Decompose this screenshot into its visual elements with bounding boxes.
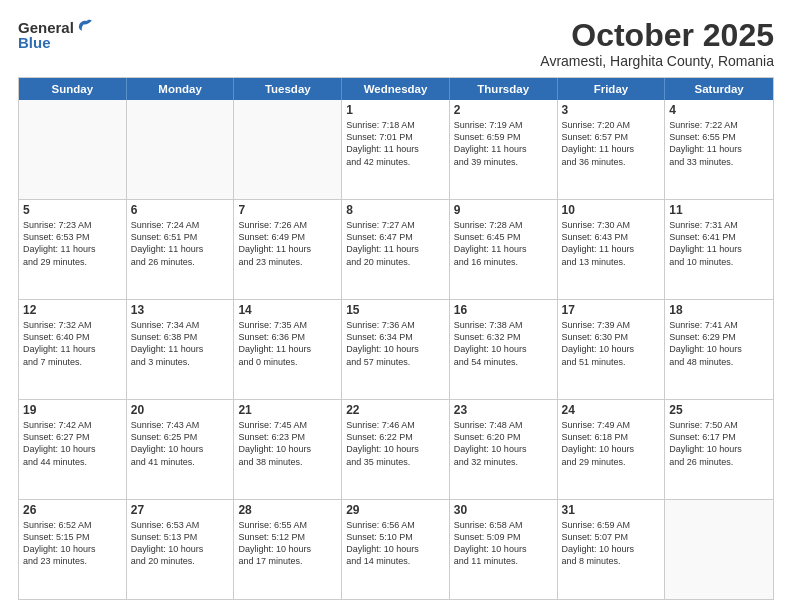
cell-info: Sunrise: 7:35 AMSunset: 6:36 PMDaylight:…	[238, 319, 337, 368]
day-number: 5	[23, 203, 122, 217]
calendar-row: 19Sunrise: 7:42 AMSunset: 6:27 PMDayligh…	[19, 399, 773, 499]
calendar-row: 1Sunrise: 7:18 AMSunset: 7:01 PMDaylight…	[19, 100, 773, 199]
calendar-cell: 4Sunrise: 7:22 AMSunset: 6:55 PMDaylight…	[665, 100, 773, 199]
cell-info: Sunrise: 7:41 AMSunset: 6:29 PMDaylight:…	[669, 319, 769, 368]
day-number: 9	[454, 203, 553, 217]
calendar-cell: 30Sunrise: 6:58 AMSunset: 5:09 PMDayligh…	[450, 500, 558, 599]
day-number: 30	[454, 503, 553, 517]
page: General Blue October 2025 Avramesti, Har…	[0, 0, 792, 612]
header: General Blue October 2025 Avramesti, Har…	[18, 18, 774, 69]
calendar-cell: 10Sunrise: 7:30 AMSunset: 6:43 PMDayligh…	[558, 200, 666, 299]
calendar-cell: 27Sunrise: 6:53 AMSunset: 5:13 PMDayligh…	[127, 500, 235, 599]
calendar-cell	[127, 100, 235, 199]
day-number: 2	[454, 103, 553, 117]
cell-info: Sunrise: 7:31 AMSunset: 6:41 PMDaylight:…	[669, 219, 769, 268]
calendar-cell: 31Sunrise: 6:59 AMSunset: 5:07 PMDayligh…	[558, 500, 666, 599]
cell-info: Sunrise: 7:19 AMSunset: 6:59 PMDaylight:…	[454, 119, 553, 168]
cell-info: Sunrise: 7:32 AMSunset: 6:40 PMDaylight:…	[23, 319, 122, 368]
cell-info: Sunrise: 7:22 AMSunset: 6:55 PMDaylight:…	[669, 119, 769, 168]
day-number: 6	[131, 203, 230, 217]
day-number: 13	[131, 303, 230, 317]
calendar-cell: 29Sunrise: 6:56 AMSunset: 5:10 PMDayligh…	[342, 500, 450, 599]
cell-info: Sunrise: 6:55 AMSunset: 5:12 PMDaylight:…	[238, 519, 337, 568]
calendar-cell: 18Sunrise: 7:41 AMSunset: 6:29 PMDayligh…	[665, 300, 773, 399]
day-number: 18	[669, 303, 769, 317]
calendar-cell: 1Sunrise: 7:18 AMSunset: 7:01 PMDaylight…	[342, 100, 450, 199]
cell-info: Sunrise: 7:36 AMSunset: 6:34 PMDaylight:…	[346, 319, 445, 368]
calendar-cell: 13Sunrise: 7:34 AMSunset: 6:38 PMDayligh…	[127, 300, 235, 399]
day-number: 31	[562, 503, 661, 517]
day-number: 3	[562, 103, 661, 117]
calendar-cell: 7Sunrise: 7:26 AMSunset: 6:49 PMDaylight…	[234, 200, 342, 299]
day-number: 15	[346, 303, 445, 317]
calendar-cell: 28Sunrise: 6:55 AMSunset: 5:12 PMDayligh…	[234, 500, 342, 599]
day-number: 17	[562, 303, 661, 317]
cell-info: Sunrise: 6:58 AMSunset: 5:09 PMDaylight:…	[454, 519, 553, 568]
cell-info: Sunrise: 7:39 AMSunset: 6:30 PMDaylight:…	[562, 319, 661, 368]
calendar-header: SundayMondayTuesdayWednesdayThursdayFrid…	[19, 78, 773, 100]
calendar-cell: 19Sunrise: 7:42 AMSunset: 6:27 PMDayligh…	[19, 400, 127, 499]
day-number: 16	[454, 303, 553, 317]
calendar-cell: 23Sunrise: 7:48 AMSunset: 6:20 PMDayligh…	[450, 400, 558, 499]
calendar-cell: 8Sunrise: 7:27 AMSunset: 6:47 PMDaylight…	[342, 200, 450, 299]
weekday-header: Thursday	[450, 78, 558, 100]
day-number: 29	[346, 503, 445, 517]
calendar-cell: 16Sunrise: 7:38 AMSunset: 6:32 PMDayligh…	[450, 300, 558, 399]
day-number: 8	[346, 203, 445, 217]
cell-info: Sunrise: 7:20 AMSunset: 6:57 PMDaylight:…	[562, 119, 661, 168]
cell-info: Sunrise: 6:52 AMSunset: 5:15 PMDaylight:…	[23, 519, 122, 568]
calendar-cell: 22Sunrise: 7:46 AMSunset: 6:22 PMDayligh…	[342, 400, 450, 499]
calendar-cell: 2Sunrise: 7:19 AMSunset: 6:59 PMDaylight…	[450, 100, 558, 199]
cell-info: Sunrise: 7:43 AMSunset: 6:25 PMDaylight:…	[131, 419, 230, 468]
day-number: 23	[454, 403, 553, 417]
cell-info: Sunrise: 7:23 AMSunset: 6:53 PMDaylight:…	[23, 219, 122, 268]
calendar-row: 12Sunrise: 7:32 AMSunset: 6:40 PMDayligh…	[19, 299, 773, 399]
calendar-cell: 25Sunrise: 7:50 AMSunset: 6:17 PMDayligh…	[665, 400, 773, 499]
day-number: 26	[23, 503, 122, 517]
cell-info: Sunrise: 7:38 AMSunset: 6:32 PMDaylight:…	[454, 319, 553, 368]
cell-info: Sunrise: 6:53 AMSunset: 5:13 PMDaylight:…	[131, 519, 230, 568]
cell-info: Sunrise: 7:28 AMSunset: 6:45 PMDaylight:…	[454, 219, 553, 268]
day-number: 19	[23, 403, 122, 417]
calendar-cell: 24Sunrise: 7:49 AMSunset: 6:18 PMDayligh…	[558, 400, 666, 499]
month-title: October 2025	[540, 18, 774, 53]
day-number: 12	[23, 303, 122, 317]
day-number: 20	[131, 403, 230, 417]
calendar-cell: 6Sunrise: 7:24 AMSunset: 6:51 PMDaylight…	[127, 200, 235, 299]
day-number: 21	[238, 403, 337, 417]
calendar-row: 26Sunrise: 6:52 AMSunset: 5:15 PMDayligh…	[19, 499, 773, 599]
cell-info: Sunrise: 7:45 AMSunset: 6:23 PMDaylight:…	[238, 419, 337, 468]
day-number: 28	[238, 503, 337, 517]
cell-info: Sunrise: 7:26 AMSunset: 6:49 PMDaylight:…	[238, 219, 337, 268]
calendar: SundayMondayTuesdayWednesdayThursdayFrid…	[18, 77, 774, 600]
weekday-header: Wednesday	[342, 78, 450, 100]
cell-info: Sunrise: 7:49 AMSunset: 6:18 PMDaylight:…	[562, 419, 661, 468]
weekday-header: Monday	[127, 78, 235, 100]
cell-info: Sunrise: 7:50 AMSunset: 6:17 PMDaylight:…	[669, 419, 769, 468]
cell-info: Sunrise: 6:56 AMSunset: 5:10 PMDaylight:…	[346, 519, 445, 568]
day-number: 22	[346, 403, 445, 417]
calendar-cell: 17Sunrise: 7:39 AMSunset: 6:30 PMDayligh…	[558, 300, 666, 399]
calendar-cell: 15Sunrise: 7:36 AMSunset: 6:34 PMDayligh…	[342, 300, 450, 399]
calendar-cell	[19, 100, 127, 199]
calendar-cell: 20Sunrise: 7:43 AMSunset: 6:25 PMDayligh…	[127, 400, 235, 499]
day-number: 7	[238, 203, 337, 217]
cell-info: Sunrise: 7:18 AMSunset: 7:01 PMDaylight:…	[346, 119, 445, 168]
calendar-cell: 21Sunrise: 7:45 AMSunset: 6:23 PMDayligh…	[234, 400, 342, 499]
logo: General Blue	[18, 18, 94, 51]
cell-info: Sunrise: 7:48 AMSunset: 6:20 PMDaylight:…	[454, 419, 553, 468]
calendar-cell	[665, 500, 773, 599]
cell-info: Sunrise: 7:46 AMSunset: 6:22 PMDaylight:…	[346, 419, 445, 468]
calendar-cell: 14Sunrise: 7:35 AMSunset: 6:36 PMDayligh…	[234, 300, 342, 399]
logo-general: General	[18, 19, 74, 36]
day-number: 27	[131, 503, 230, 517]
logo-blue: Blue	[18, 34, 51, 51]
cell-info: Sunrise: 7:27 AMSunset: 6:47 PMDaylight:…	[346, 219, 445, 268]
calendar-cell: 12Sunrise: 7:32 AMSunset: 6:40 PMDayligh…	[19, 300, 127, 399]
weekday-header: Friday	[558, 78, 666, 100]
day-number: 10	[562, 203, 661, 217]
day-number: 11	[669, 203, 769, 217]
cell-info: Sunrise: 7:30 AMSunset: 6:43 PMDaylight:…	[562, 219, 661, 268]
day-number: 25	[669, 403, 769, 417]
location-title: Avramesti, Harghita County, Romania	[540, 53, 774, 69]
